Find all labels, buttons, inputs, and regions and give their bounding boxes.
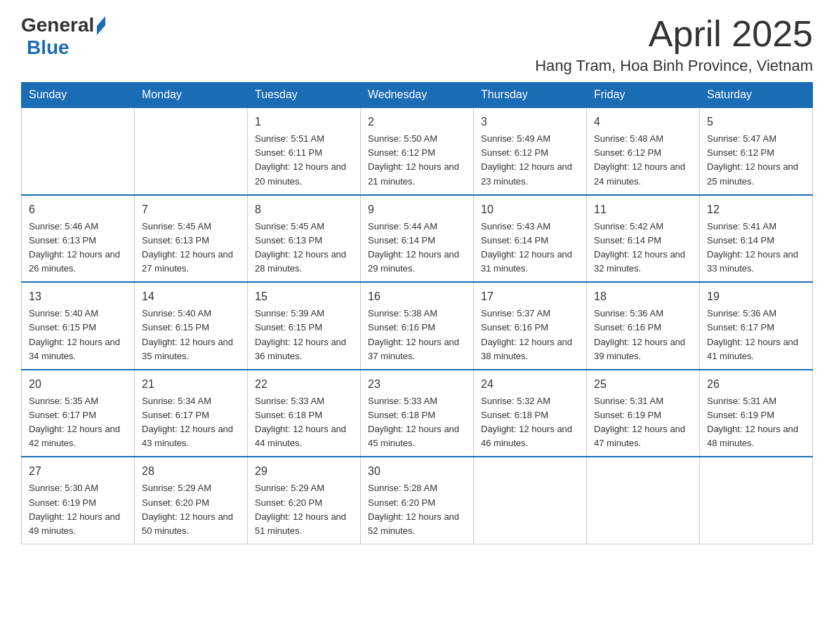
day-number: 30	[368, 463, 466, 480]
calendar-cell: 9Sunrise: 5:44 AM Sunset: 6:14 PM Daylig…	[361, 195, 474, 283]
day-info: Sunrise: 5:33 AM Sunset: 6:18 PM Dayligh…	[255, 394, 353, 451]
calendar-cell: 10Sunrise: 5:43 AM Sunset: 6:14 PM Dayli…	[474, 195, 587, 283]
calendar-cell: 6Sunrise: 5:46 AM Sunset: 6:13 PM Daylig…	[22, 195, 135, 283]
day-number: 2	[368, 114, 466, 130]
day-info: Sunrise: 5:29 AM Sunset: 6:20 PM Dayligh…	[255, 481, 353, 538]
day-info: Sunrise: 5:49 AM Sunset: 6:12 PM Dayligh…	[481, 132, 579, 189]
day-number: 26	[707, 376, 805, 393]
day-number: 11	[594, 201, 692, 218]
week-row-2: 6Sunrise: 5:46 AM Sunset: 6:13 PM Daylig…	[22, 195, 813, 283]
day-number: 7	[142, 201, 240, 218]
calendar-cell: 26Sunrise: 5:31 AM Sunset: 6:19 PM Dayli…	[700, 370, 813, 457]
day-info: Sunrise: 5:31 AM Sunset: 6:19 PM Dayligh…	[707, 394, 805, 451]
title-section: April 2025 Hang Tram, Hoa Binh Province,…	[535, 14, 813, 75]
day-info: Sunrise: 5:34 AM Sunset: 6:17 PM Dayligh…	[142, 394, 240, 451]
week-row-1: 1Sunrise: 5:51 AM Sunset: 6:11 PM Daylig…	[22, 107, 813, 195]
day-info: Sunrise: 5:48 AM Sunset: 6:12 PM Dayligh…	[594, 132, 692, 189]
calendar-cell: 17Sunrise: 5:37 AM Sunset: 6:16 PM Dayli…	[474, 282, 587, 370]
calendar-cell: 27Sunrise: 5:30 AM Sunset: 6:19 PM Dayli…	[22, 457, 135, 544]
day-info: Sunrise: 5:38 AM Sunset: 6:16 PM Dayligh…	[368, 307, 466, 363]
day-number: 1	[255, 114, 353, 130]
day-info: Sunrise: 5:32 AM Sunset: 6:18 PM Dayligh…	[481, 394, 579, 451]
calendar-cell: 1Sunrise: 5:51 AM Sunset: 6:11 PM Daylig…	[248, 107, 361, 195]
calendar-cell: 2Sunrise: 5:50 AM Sunset: 6:12 PM Daylig…	[361, 107, 474, 195]
calendar-cell: 13Sunrise: 5:40 AM Sunset: 6:15 PM Dayli…	[22, 282, 135, 370]
day-info: Sunrise: 5:36 AM Sunset: 6:16 PM Dayligh…	[594, 307, 692, 363]
calendar-cell	[135, 107, 248, 195]
calendar-cell: 3Sunrise: 5:49 AM Sunset: 6:12 PM Daylig…	[474, 107, 587, 195]
day-info: Sunrise: 5:40 AM Sunset: 6:15 PM Dayligh…	[142, 307, 240, 363]
calendar-cell: 20Sunrise: 5:35 AM Sunset: 6:17 PM Dayli…	[22, 370, 135, 457]
day-number: 17	[481, 288, 579, 305]
page-header: General Blue April 2025 Hang Tram, Hoa B…	[21, 14, 813, 75]
day-info: Sunrise: 5:28 AM Sunset: 6:20 PM Dayligh…	[368, 481, 466, 538]
calendar-cell: 21Sunrise: 5:34 AM Sunset: 6:17 PM Dayli…	[135, 370, 248, 457]
day-info: Sunrise: 5:41 AM Sunset: 6:14 PM Dayligh…	[707, 220, 805, 276]
calendar-cell: 28Sunrise: 5:29 AM Sunset: 6:20 PM Dayli…	[135, 457, 248, 544]
column-header-wednesday: Wednesday	[361, 83, 474, 108]
calendar-cell	[700, 457, 813, 544]
calendar-cell: 12Sunrise: 5:41 AM Sunset: 6:14 PM Dayli…	[700, 195, 813, 283]
day-info: Sunrise: 5:43 AM Sunset: 6:14 PM Dayligh…	[481, 220, 579, 276]
day-number: 27	[29, 463, 127, 480]
calendar-cell	[22, 107, 135, 195]
logo: General Blue	[21, 14, 105, 59]
day-number: 12	[707, 201, 805, 218]
calendar-cell: 11Sunrise: 5:42 AM Sunset: 6:14 PM Dayli…	[587, 195, 700, 283]
day-info: Sunrise: 5:51 AM Sunset: 6:11 PM Dayligh…	[255, 132, 353, 189]
day-number: 13	[29, 288, 127, 305]
calendar-cell: 15Sunrise: 5:39 AM Sunset: 6:15 PM Dayli…	[248, 282, 361, 370]
day-number: 19	[707, 288, 805, 305]
day-number: 5	[707, 114, 805, 130]
calendar-cell: 30Sunrise: 5:28 AM Sunset: 6:20 PM Dayli…	[361, 457, 474, 544]
day-number: 14	[142, 288, 240, 305]
calendar-cell: 23Sunrise: 5:33 AM Sunset: 6:18 PM Dayli…	[361, 370, 474, 457]
calendar-cell: 16Sunrise: 5:38 AM Sunset: 6:16 PM Dayli…	[361, 282, 474, 370]
day-number: 16	[368, 288, 466, 305]
day-number: 21	[142, 376, 240, 393]
day-number: 3	[481, 114, 579, 130]
calendar-cell: 5Sunrise: 5:47 AM Sunset: 6:12 PM Daylig…	[700, 107, 813, 195]
day-number: 23	[368, 376, 466, 393]
column-header-tuesday: Tuesday	[248, 83, 361, 108]
day-info: Sunrise: 5:29 AM Sunset: 6:20 PM Dayligh…	[142, 481, 240, 538]
day-info: Sunrise: 5:33 AM Sunset: 6:18 PM Dayligh…	[368, 394, 466, 451]
column-header-thursday: Thursday	[474, 83, 587, 108]
day-number: 20	[29, 376, 127, 393]
week-row-3: 13Sunrise: 5:40 AM Sunset: 6:15 PM Dayli…	[22, 282, 813, 370]
day-number: 18	[594, 288, 692, 305]
month-title: April 2025	[535, 14, 813, 54]
calendar-cell: 7Sunrise: 5:45 AM Sunset: 6:13 PM Daylig…	[135, 195, 248, 283]
day-info: Sunrise: 5:47 AM Sunset: 6:12 PM Dayligh…	[707, 132, 805, 189]
column-header-friday: Friday	[587, 83, 700, 108]
day-number: 6	[29, 201, 127, 218]
day-info: Sunrise: 5:42 AM Sunset: 6:14 PM Dayligh…	[594, 220, 692, 276]
day-info: Sunrise: 5:50 AM Sunset: 6:12 PM Dayligh…	[368, 132, 466, 189]
day-number: 8	[255, 201, 353, 218]
day-number: 24	[481, 376, 579, 393]
day-info: Sunrise: 5:30 AM Sunset: 6:19 PM Dayligh…	[29, 481, 127, 538]
day-info: Sunrise: 5:45 AM Sunset: 6:13 PM Dayligh…	[142, 220, 240, 276]
day-number: 4	[594, 114, 692, 130]
day-info: Sunrise: 5:31 AM Sunset: 6:19 PM Dayligh…	[594, 394, 692, 451]
day-info: Sunrise: 5:44 AM Sunset: 6:14 PM Dayligh…	[368, 220, 466, 276]
calendar-cell: 25Sunrise: 5:31 AM Sunset: 6:19 PM Dayli…	[587, 370, 700, 457]
day-number: 29	[255, 463, 353, 480]
location-title: Hang Tram, Hoa Binh Province, Vietnam	[535, 57, 813, 75]
day-info: Sunrise: 5:35 AM Sunset: 6:17 PM Dayligh…	[29, 394, 127, 451]
week-row-4: 20Sunrise: 5:35 AM Sunset: 6:17 PM Dayli…	[22, 370, 813, 457]
calendar-cell	[474, 457, 587, 544]
logo-text-general: General	[21, 14, 94, 36]
calendar-cell: 29Sunrise: 5:29 AM Sunset: 6:20 PM Dayli…	[248, 457, 361, 544]
day-info: Sunrise: 5:36 AM Sunset: 6:17 PM Dayligh…	[707, 307, 805, 363]
day-number: 9	[368, 201, 466, 218]
day-number: 25	[594, 376, 692, 393]
column-header-sunday: Sunday	[22, 83, 135, 108]
calendar-cell: 8Sunrise: 5:45 AM Sunset: 6:13 PM Daylig…	[248, 195, 361, 283]
calendar-cell	[587, 457, 700, 544]
day-info: Sunrise: 5:40 AM Sunset: 6:15 PM Dayligh…	[29, 307, 127, 363]
day-number: 28	[142, 463, 240, 480]
day-info: Sunrise: 5:39 AM Sunset: 6:15 PM Dayligh…	[255, 307, 353, 363]
day-number: 15	[255, 288, 353, 305]
calendar-cell: 24Sunrise: 5:32 AM Sunset: 6:18 PM Dayli…	[474, 370, 587, 457]
